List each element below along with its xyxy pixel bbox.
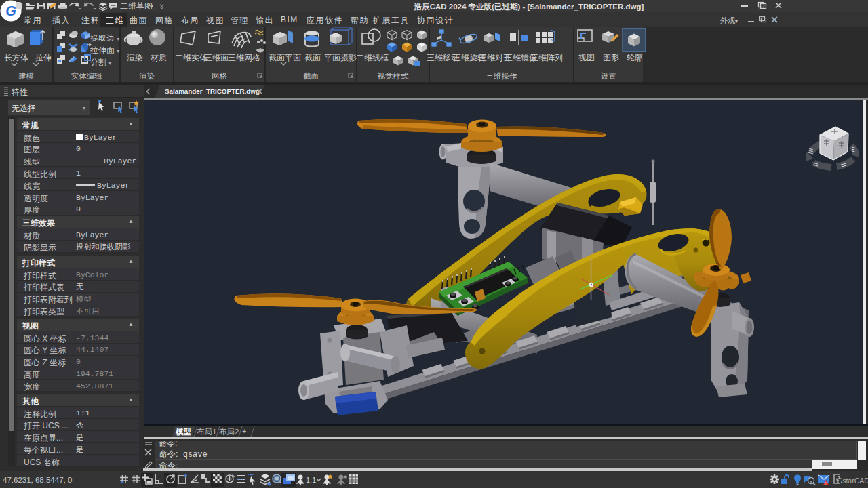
svg-text:1:1: 1:1: [306, 476, 316, 484]
svg-text:二维草图: 二维草图: [120, 1, 153, 11]
svg-text:G: G: [5, 3, 16, 18]
